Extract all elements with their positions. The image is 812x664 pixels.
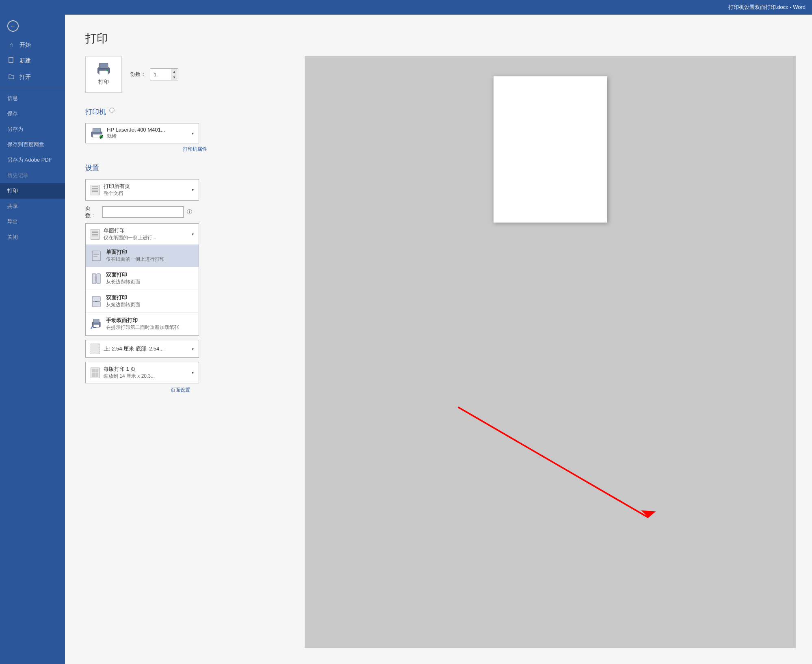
preview-area bbox=[305, 56, 796, 648]
printer-section-title: 打印机 bbox=[85, 107, 106, 117]
sidebar-item-label: 打开 bbox=[19, 74, 31, 81]
pages-per-sheet-main: 每版打印 1 页 bbox=[104, 366, 188, 373]
preview-paper bbox=[494, 76, 607, 223]
printer-status-indicator: ✓ bbox=[99, 134, 104, 139]
svg-rect-12 bbox=[92, 274, 96, 283]
sides-dropdown-arrow: ▾ bbox=[192, 232, 194, 236]
back-button[interactable]: ← bbox=[0, 15, 65, 37]
menu-item-manual-duplex[interactable]: 手动双面打印 在提示打印第二面时重新加载纸张 bbox=[86, 313, 199, 335]
duplex-short-sub: 从短边翻转页面 bbox=[106, 301, 194, 308]
page-range-icon bbox=[91, 185, 100, 195]
printer-properties-link[interactable]: 打印机属性 bbox=[183, 146, 207, 153]
menu-item-duplex-short[interactable]: 双面打印 从短边翻转页面 bbox=[86, 290, 199, 313]
sidebar-item-close[interactable]: 关闭 bbox=[0, 229, 65, 245]
duplex-long-texts: 双面打印 从长边翻转页面 bbox=[106, 271, 194, 285]
page-range-sub: 整个文档 bbox=[104, 190, 188, 197]
sidebar-item-home[interactable]: ⌂ 开始 bbox=[0, 37, 65, 53]
single-side-texts: 单面打印 仅在纸面的一侧上进行打印 bbox=[106, 249, 194, 263]
content-preview-row: 打印 份数： ▲ ▼ 打印机 bbox=[85, 56, 796, 648]
sides-text: 单面打印 仅在纸面的一侧上进行... bbox=[104, 227, 188, 241]
copies-up-button[interactable]: ▲ bbox=[171, 69, 178, 74]
manual-duplex-texts: 手动双面打印 在提示打印第二面时重新加载纸张 bbox=[106, 317, 194, 331]
page-range-main: 打印所有页 bbox=[104, 183, 188, 190]
margins-text: 上: 2.54 厘米 底部: 2.54... bbox=[104, 345, 188, 353]
printer-selector[interactable]: ✓ HP LaserJet 400 M401... 就绪 ▾ bbox=[85, 123, 199, 143]
sidebar-item-save-as[interactable]: 另存为 bbox=[0, 121, 65, 137]
sidebar-item-open[interactable]: 打开 bbox=[0, 69, 65, 85]
pages-per-sheet-text: 每版打印 1 页 缩放到 14 厘米 x 20.3... bbox=[104, 366, 188, 380]
sidebar-item-print[interactable]: 打印 bbox=[0, 183, 65, 199]
printer-icon bbox=[96, 63, 111, 76]
pages-per-sheet-dropdown-arrow: ▾ bbox=[192, 370, 194, 375]
svg-point-4 bbox=[106, 70, 108, 71]
menu-item-single[interactable]: 单面打印 仅在纸面的一侧上进行打印 bbox=[86, 244, 199, 267]
sidebar-item-save-pdf[interactable]: 另存为 Adobe PDF bbox=[0, 152, 65, 168]
printer-status-icon: ✓ bbox=[91, 128, 103, 138]
svg-rect-3 bbox=[99, 71, 108, 75]
print-btn-label: 打印 bbox=[98, 78, 109, 86]
pages-input[interactable] bbox=[102, 206, 184, 218]
back-arrow-icon: ← bbox=[7, 20, 19, 32]
sidebar-item-new[interactable]: 新建 bbox=[0, 53, 65, 69]
printer-info-icon: ⓘ bbox=[109, 107, 115, 114]
pages-label: 页数： bbox=[85, 205, 99, 219]
printer-name: HP LaserJet 400 M401... bbox=[107, 127, 188, 133]
svg-rect-15 bbox=[92, 302, 100, 307]
duplex-short-texts: 双面打印 从短边翻转页面 bbox=[106, 294, 194, 308]
sidebar: ← ⌂ 开始 新建 打开 信息 bbox=[0, 15, 65, 664]
sides-sub: 仅在纸面的一侧上进行... bbox=[104, 234, 188, 241]
margins-dropdown[interactable]: 上: 2.54 厘米 底部: 2.54... ▾ bbox=[85, 340, 199, 358]
duplex-long-title: 双面打印 bbox=[106, 271, 194, 279]
margins-icon bbox=[91, 344, 100, 354]
pages-info-icon: ⓘ bbox=[187, 208, 192, 216]
sidebar-item-export[interactable]: 导出 bbox=[0, 214, 65, 229]
sidebar-item-label: 新建 bbox=[19, 57, 31, 65]
menu-item-duplex-long[interactable]: 双面打印 从长边翻转页面 bbox=[86, 267, 199, 290]
manual-duplex-icon bbox=[91, 318, 102, 330]
printer-dropdown-arrow: ▾ bbox=[192, 131, 194, 136]
sidebar-divider bbox=[0, 88, 65, 88]
sides-menu: 单面打印 仅在纸面的一侧上进行打印 bbox=[85, 244, 199, 336]
sidebar-item-label: 开始 bbox=[19, 41, 31, 49]
pages-row: 页数： ⓘ bbox=[85, 205, 305, 219]
pages-per-sheet-sub: 缩放到 14 厘米 x 20.3... bbox=[104, 373, 188, 380]
duplex-short-icon bbox=[91, 296, 102, 307]
copies-input-wrap: ▲ ▼ bbox=[150, 68, 178, 80]
margins-dropdown-arrow: ▾ bbox=[192, 347, 194, 351]
sidebar-item-save-baidu[interactable]: 保存到百度网盘 bbox=[0, 137, 65, 152]
svg-rect-13 bbox=[97, 274, 100, 283]
print-button[interactable]: 打印 bbox=[85, 56, 122, 93]
duplex-long-icon bbox=[91, 273, 102, 284]
svg-line-19 bbox=[458, 407, 648, 518]
duplex-long-sub: 从长边翻转页面 bbox=[106, 279, 194, 285]
copies-down-button[interactable]: ▼ bbox=[171, 74, 178, 80]
svg-rect-8 bbox=[92, 251, 100, 261]
sides-dropdown[interactable]: 单面打印 仅在纸面的一侧上进行... ▾ bbox=[85, 223, 199, 244]
sides-main: 单面打印 bbox=[104, 227, 188, 234]
sidebar-item-info[interactable]: 信息 bbox=[0, 91, 65, 106]
pages-per-sheet-dropdown[interactable]: 每版打印 1 页 缩放到 14 厘米 x 20.3... ▾ bbox=[85, 362, 199, 383]
settings-section-title: 设置 bbox=[85, 163, 99, 173]
svg-rect-2 bbox=[99, 63, 108, 69]
title-text: 打印机设置双面打印.docx - Word bbox=[728, 4, 806, 11]
printer-info: HP LaserJet 400 M401... 就绪 bbox=[107, 127, 188, 140]
sidebar-item-history[interactable]: 历史记录 bbox=[0, 168, 65, 183]
printer-section-header: 打印机 ⓘ bbox=[85, 101, 305, 120]
svg-rect-14 bbox=[92, 296, 100, 301]
svg-marker-20 bbox=[641, 510, 656, 517]
page-setup-link[interactable]: 页面设置 bbox=[171, 387, 190, 394]
page-range-text: 打印所有页 整个文档 bbox=[104, 183, 188, 197]
copies-label: 份数： bbox=[130, 71, 146, 78]
page-title: 打印 bbox=[85, 31, 796, 46]
sidebar-item-share[interactable]: 共享 bbox=[0, 199, 65, 214]
single-side-sub: 仅在纸面的一侧上进行打印 bbox=[106, 256, 194, 263]
settings-panel: 打印 份数： ▲ ▼ 打印机 bbox=[85, 56, 305, 648]
new-icon bbox=[7, 57, 15, 65]
sidebar-item-save[interactable]: 保存 bbox=[0, 106, 65, 121]
settings-section-header: 设置 bbox=[85, 157, 305, 176]
copies-spinner: ▲ ▼ bbox=[171, 68, 178, 80]
single-side-icon bbox=[91, 250, 102, 262]
page-range-dropdown-arrow: ▾ bbox=[192, 188, 194, 192]
manual-duplex-sub: 在提示打印第二面时重新加载纸张 bbox=[106, 324, 194, 331]
page-range-dropdown[interactable]: 打印所有页 整个文档 ▾ bbox=[85, 179, 199, 201]
